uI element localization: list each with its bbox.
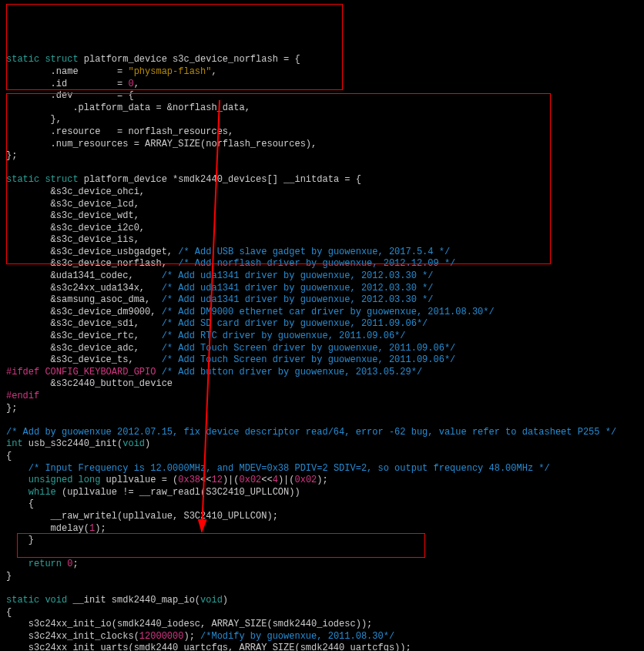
- keyword: unsigned long: [6, 475, 100, 485]
- number-literal: 0x02: [295, 475, 317, 485]
- code-text: platform_device s3c_device_norflash = {: [79, 54, 300, 65]
- comment: /* Add button driver by guowenxue, 2013.…: [156, 367, 422, 378]
- code-text: ): [223, 595, 228, 606]
- code-text: );: [95, 523, 106, 534]
- code-text: &s3c2440_button_device: [6, 378, 173, 389]
- code-text: {: [6, 607, 12, 618]
- code-text: &s3c24xx_uda134x,: [6, 283, 162, 294]
- comment: /* Add uda1341 driver by guowenxue, 2012…: [162, 270, 434, 281]
- code-text: &s3c_device_lcd,: [6, 199, 139, 210]
- code-text: upllvalue = (: [100, 475, 178, 485]
- code-text: platform_device *smdk2440_devices[] __in…: [79, 174, 361, 185]
- keyword: void: [200, 595, 223, 606]
- keyword: while: [6, 487, 56, 498]
- comment: /* Add DM9000 ethernet car driver by guo…: [162, 307, 495, 317]
- comment: /* Add uda1341 driver by guowenxue, 2012…: [162, 283, 434, 294]
- comment: /* Add RTC driver by guowenxue, 2011.09.…: [162, 331, 406, 341]
- code-viewer: static struct platform_device s3c_device…: [6, 54, 638, 651]
- code-text: &s3c_device_i2c0,: [6, 223, 145, 233]
- code-text: };: [6, 403, 17, 414]
- comment: /* Add uda1341 driver by guowenxue, 2012…: [162, 294, 434, 305]
- code-text: &samsung_asoc_dma,: [6, 294, 162, 305]
- code-text: .num_resources = ARRAY_SIZE(norflash_res…: [6, 139, 317, 149]
- code-text: &uda1341_codec,: [6, 270, 162, 281]
- code-text: .dev = {: [6, 90, 134, 101]
- code-text: },: [6, 114, 62, 125]
- code-text: [6, 463, 29, 474]
- code-text: ,: [211, 66, 216, 77]
- code-text: .name =: [6, 66, 128, 77]
- code-text: mdelay(: [6, 523, 89, 534]
- code-text: ): [145, 438, 150, 449]
- code-text: usb_s3c2440_init(: [23, 438, 123, 449]
- comment: /* Add USB slave gadget by guowenxue, 20…: [178, 247, 450, 257]
- code-text: (upllvalue != __raw_readl(S3C2410_UPLLCO…: [56, 487, 300, 498]
- code-text: &s3c_device_adc,: [6, 343, 162, 354]
- string-literal: "physmap-flash": [128, 66, 211, 77]
- number-literal: 0x02: [239, 475, 261, 485]
- keyword: static void: [6, 595, 67, 606]
- code-text: __init smdk2440_map_io(: [67, 595, 200, 606]
- code-text: &s3c_device_rtc,: [6, 331, 162, 341]
- code-text: &s3c_device_iis,: [6, 234, 139, 245]
- code-text: __raw_writel(upllvalue, S3C2410_UPLLCON)…: [6, 511, 278, 522]
- code-text: .platform_data = &norflash_data,: [6, 102, 250, 113]
- code-text: &s3c_device_usbgadget,: [6, 247, 178, 257]
- comment: /* Input Frequency is 12.0000MHz, and MD…: [29, 463, 550, 474]
- code-text: );: [183, 631, 200, 642]
- code-text: &s3c_device_dm9000,: [6, 307, 162, 317]
- keyword: int: [6, 438, 23, 449]
- preprocessor: #ifdef CONFIG_KEYBOARD_GPIO: [6, 367, 156, 378]
- number-literal: 12: [211, 475, 222, 485]
- code-text: ;: [72, 559, 78, 569]
- code-text: s3c24xx_init_clocks(: [6, 631, 139, 642]
- code-text: ,: [134, 79, 139, 89]
- code-text: )|(: [278, 475, 295, 485]
- comment: /* Add by guowenxue 2012.07.15, fix devi…: [6, 427, 616, 438]
- keyword: static struct: [6, 174, 79, 185]
- code-text: s3c24xx_init_uarts(smdk2440_uartcfgs, AR…: [6, 643, 411, 651]
- code-text: )|(: [223, 475, 240, 485]
- code-text: s3c24xx_init_io(smdk2440_iodesc, ARRAY_S…: [6, 619, 372, 629]
- code-text: {: [6, 498, 34, 509]
- number-literal: 12000000: [139, 631, 184, 642]
- number-literal: 0: [128, 79, 133, 89]
- comment: /* Add norflash driver by guowenxue, 201…: [178, 258, 455, 269]
- preprocessor: #endif: [6, 391, 39, 401]
- code-text: {: [6, 451, 12, 461]
- comment: /*Modify by guowenxue, 2011.08.30*/: [200, 631, 394, 642]
- keyword: static struct: [6, 54, 79, 65]
- comment: /* Add SD card driver by guowenxue, 2011…: [162, 318, 428, 329]
- code-text: <<: [261, 475, 272, 485]
- number-literal: 0x38: [178, 475, 200, 485]
- code-text: .id =: [6, 79, 128, 89]
- code-text: <<: [200, 475, 211, 485]
- code-text: );: [317, 475, 327, 485]
- comment: /* Add Touch Screen driver by guowenxue,…: [162, 343, 456, 354]
- code-text: &s3c_device_ohci,: [6, 186, 145, 197]
- code-text: }: [6, 535, 34, 545]
- comment: /* Add Touch Screen driver by guowenxue,…: [162, 354, 456, 365]
- code-text: &s3c_device_sdi,: [6, 318, 162, 329]
- code-text: &s3c_device_norflash,: [6, 258, 178, 269]
- keyword: return: [6, 559, 67, 569]
- code-text: };: [6, 150, 17, 161]
- number-literal: 4: [273, 475, 278, 485]
- code-text: &s3c_device_ts,: [6, 354, 162, 365]
- code-text: &s3c_device_wdt,: [6, 210, 139, 221]
- code-text: }: [6, 571, 12, 582]
- keyword: void: [122, 438, 145, 449]
- code-text: .resource = norflash_resources,: [6, 126, 233, 137]
